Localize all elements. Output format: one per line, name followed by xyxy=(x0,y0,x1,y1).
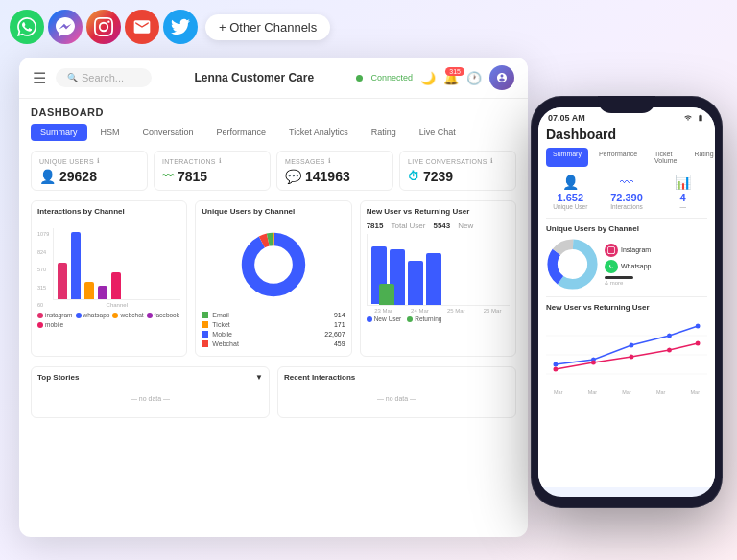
phone-dashboard-title: Dashboard xyxy=(546,127,707,142)
clock-icon[interactable]: 🕐 xyxy=(466,71,482,85)
search-placeholder: Search... xyxy=(82,72,124,83)
app-title: Lenna Customer Care xyxy=(152,71,356,84)
svg-point-8 xyxy=(562,254,582,274)
phone-donut-svg xyxy=(546,238,599,291)
tab-live-chat[interactable]: Live Chat xyxy=(410,124,465,141)
email-icon xyxy=(125,10,159,44)
svg-point-4 xyxy=(261,252,287,278)
svg-point-18 xyxy=(591,361,596,365)
chart-unique-users-by-channel: Unique Users by Channel Email 914 xyxy=(195,200,351,357)
stat-interactions: INTERACTIONS ℹ 〰 7815 xyxy=(154,151,271,191)
desktop-window: ☰ 🔍 Search... Lenna Customer Care Connec… xyxy=(19,58,528,537)
svg-point-21 xyxy=(696,341,701,346)
stat-messages-value: 💬 141963 xyxy=(285,169,385,184)
avatar[interactable] xyxy=(489,65,514,90)
channel-list: Email 914 Ticket 171 Mobile 22,607 xyxy=(202,312,345,347)
donut-svg xyxy=(240,231,307,298)
top-stories-empty: — no data — xyxy=(37,385,263,411)
stats-row: UNIQUE USERS ℹ 👤 29628 INTERACTIONS ℹ 〰 … xyxy=(31,151,516,191)
tab-summary[interactable]: Summary xyxy=(31,124,87,141)
total-user-count: 7815 xyxy=(367,222,384,230)
phone-new-vs-returning-title: New User vs Returning User xyxy=(546,303,707,312)
app-header: ☰ 🔍 Search... Lenna Customer Care Connec… xyxy=(19,58,528,99)
phone-interactions-icon: 〰 xyxy=(603,175,652,190)
tab-ticket-analytics[interactable]: Ticket Analytics xyxy=(279,124,358,141)
chart-interactions-legend: instagram whatsapp webchat facebook mobi… xyxy=(37,312,180,328)
bar-webchat xyxy=(84,282,94,299)
whatsapp-icon xyxy=(10,10,44,44)
dashboard-title: DASHBOARD xyxy=(31,106,516,118)
bottom-row: Top Stories ▼ — no data — Recent Interac… xyxy=(31,366,516,418)
channel-banner: + Other Channels xyxy=(10,10,330,44)
chart-new-vs-returning: New User vs Returning User 7815 Total Us… xyxy=(360,200,516,357)
chart-interactions-by-channel: Interactions by Channel 1079 824 570 315… xyxy=(31,200,187,357)
bar-whatsapp xyxy=(71,232,81,299)
phone-unique-user-value: 1.652 xyxy=(546,192,595,203)
tab-hsm[interactable]: HSM xyxy=(91,124,130,141)
notification-badge: 315 xyxy=(445,67,464,76)
svg-point-19 xyxy=(629,355,633,360)
phone-other-label: — xyxy=(658,203,707,210)
phone-screen: 07.05 AM Dashboard Summary Performance T… xyxy=(538,107,715,497)
phone-tab-bar: Summary Performance Ticket Volume Rating xyxy=(546,148,707,167)
phone-other-icon: 📊 xyxy=(658,175,707,190)
phone-tab-ticket-volume[interactable]: Ticket Volume xyxy=(648,148,683,167)
twitter-icon xyxy=(163,10,198,44)
svg-point-14 xyxy=(629,343,633,348)
phone-tab-performance[interactable]: Performance xyxy=(592,148,644,167)
svg-point-12 xyxy=(553,362,558,367)
phone-stat-interactions: 〰 72.390 Interactions xyxy=(603,175,652,210)
new-user-count: 5543 xyxy=(433,222,450,230)
chart-unique-users-title: Unique Users by Channel xyxy=(202,207,345,216)
phone-tab-rating[interactable]: Rating xyxy=(687,148,715,167)
phone-stat-unique-user: 👤 1.652 Unique User xyxy=(546,175,595,210)
svg-point-20 xyxy=(667,348,672,353)
other-channels-label: + Other Channels xyxy=(205,14,330,40)
moon-icon[interactable]: 🌙 xyxy=(420,71,436,85)
svg-point-15 xyxy=(667,334,672,338)
stat-messages-label: MESSAGES ℹ xyxy=(285,157,385,165)
header-actions: Connected 🌙 🔔 315 🕐 xyxy=(356,65,514,90)
instagram-icon xyxy=(86,10,121,44)
phone-screen-body: Dashboard Summary Performance Ticket Vol… xyxy=(538,127,715,487)
tab-performance[interactable]: Performance xyxy=(207,124,276,141)
top-stories-card: Top Stories ▼ — no data — xyxy=(31,366,270,418)
recent-interactions-title: Recent Interactions xyxy=(284,373,510,382)
stat-unique-users-label: UNIQUE USERS ℹ xyxy=(39,157,139,165)
divider-1 xyxy=(546,218,707,219)
phone-stat-other: 📊 4 — xyxy=(658,175,707,210)
phone-donut-row: Instagram Whatsapp & more xyxy=(546,238,707,291)
hamburger-icon[interactable]: ☰ xyxy=(33,69,46,87)
total-user-label: Total User xyxy=(391,222,425,230)
recent-interactions-card: Recent Interactions — no data — xyxy=(277,366,516,418)
tab-bar: Summary HSM Conversation Performance Tic… xyxy=(31,124,516,141)
top-stories-title: Top Stories ▼ xyxy=(37,373,263,382)
phone-interactions-value: 72.390 xyxy=(603,192,652,203)
stat-unique-users: UNIQUE USERS ℹ 👤 29628 xyxy=(31,151,148,191)
mobile-phone: 07.05 AM Dashboard Summary Performance T… xyxy=(531,96,723,508)
phone-tab-summary[interactable]: Summary xyxy=(546,148,588,167)
connected-dot xyxy=(356,75,363,82)
tab-rating[interactable]: Rating xyxy=(362,124,406,141)
phone-time: 07.05 AM xyxy=(548,113,585,123)
connected-text: Connected xyxy=(370,73,413,82)
phone-stats-row: 👤 1.652 Unique User 〰 72.390 Interaction… xyxy=(546,175,707,210)
phone-other-value: 4 xyxy=(658,192,707,203)
donut-chart-area xyxy=(202,222,345,308)
divider-2 xyxy=(546,296,707,297)
phone-channel-legend: Instagram Whatsapp & more xyxy=(605,244,707,286)
search-bar[interactable]: 🔍 Search... xyxy=(56,68,152,87)
stat-messages: MESSAGES ℹ 💬 141963 xyxy=(276,151,393,191)
svg-point-16 xyxy=(696,324,701,329)
tab-conversation[interactable]: Conversation xyxy=(133,124,203,141)
stat-live-conversations: LIVE CONVERSATIONS ℹ ⏱ 7239 xyxy=(399,151,516,191)
chart-interactions-title: Interactions by Channel xyxy=(37,207,180,216)
phone-line-chart: Mar Mar Mar Mar Mar xyxy=(546,316,707,384)
phone-notch xyxy=(598,96,655,113)
phone-unique-users-section-title: Unique Users by Channel xyxy=(546,224,707,233)
stat-live-conversations-value: ⏱ 7239 xyxy=(408,169,508,184)
phone-unique-user-label: Unique User xyxy=(546,203,595,210)
dropdown-arrow-icon[interactable]: ▼ xyxy=(255,373,263,382)
recent-interactions-empty: — no data — xyxy=(284,385,510,411)
messenger-icon xyxy=(48,10,83,44)
